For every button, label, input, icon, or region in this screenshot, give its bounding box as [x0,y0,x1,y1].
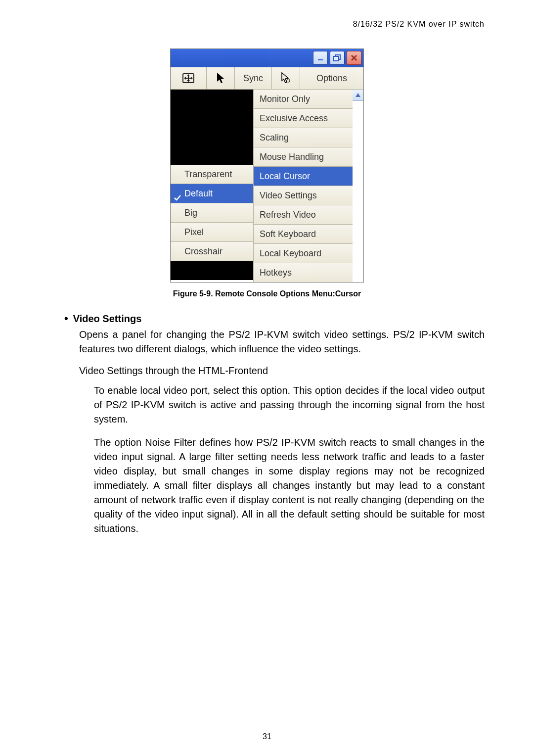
svg-marker-12 [217,73,224,83]
sync-button[interactable]: Sync [235,67,272,89]
cursor-default-item[interactable]: Default [171,184,253,203]
options-mouse-handling-item[interactable]: Mouse Handling [254,147,353,166]
chevron-up-icon [355,92,361,98]
move-tool-button[interactable] [171,67,207,89]
section-intro: Opens a panel for changing the PS/2 IP-K… [79,328,485,356]
options-scaling-item[interactable]: Scaling [254,128,353,147]
cursor2-button[interactable] [272,67,300,89]
paragraph-local-video-port: To enable local video port, select this … [94,383,485,426]
options-label: Options [316,73,347,84]
remote-video-area-top [171,90,253,165]
cursor-submenu: Transparent Default Big Pixel Crosshair [171,90,253,282]
subsection-heading: Video Settings through the HTML-Frontend [79,365,485,377]
section-title: Video Settings [73,313,142,325]
minimize-button[interactable] [313,51,328,65]
cursor1-button[interactable] [207,67,235,89]
svg-marker-8 [187,74,190,76]
window-titlebar [171,49,363,67]
cursor-transparent-item[interactable]: Transparent [171,165,253,184]
options-soft-keyboard-item[interactable]: Soft Keyboard [254,224,353,243]
figure-caption: Figure 5-9. Remote Console Options Menu:… [49,289,485,298]
page-header: 8/16/32 PS/2 KVM over IP switch [49,20,485,29]
cursor-crosshair-item[interactable]: Crosshair [171,241,253,261]
svg-point-14 [287,79,290,82]
arrow-cursor-icon [215,72,226,85]
svg-marker-15 [356,93,360,97]
cursor-default-label: Default [184,189,213,198]
cursor-pixel-item[interactable]: Pixel [171,222,253,241]
video-settings-section: • Video Settings Opens a panel for chang… [49,313,485,536]
svg-marker-10 [184,77,186,80]
document-page: 8/16/32 PS/2 KVM over IP switch [0,0,534,756]
page-number: 31 [0,732,534,741]
hand-cursor-icon [280,72,292,85]
options-refresh-video-item[interactable]: Refresh Video [254,205,353,224]
sync-label: Sync [243,73,263,84]
bullet-icon: • [64,313,68,324]
options-menu: Monitor Only Exclusive Access Scaling Mo… [253,90,363,282]
svg-marker-13 [282,73,288,83]
svg-rect-0 [318,59,323,60]
check-icon [174,189,181,203]
remote-video-area-bottom [171,261,253,280]
local-cursor-label: Local Cursor [260,171,310,181]
options-video-settings-item[interactable]: Video Settings [254,186,353,205]
menu-body: Transparent Default Big Pixel Crosshair [171,90,363,282]
move-icon [181,72,195,84]
options-local-cursor-item[interactable]: Local Cursor [254,166,353,186]
remote-console-window: Sync Options Transparent [170,48,364,283]
svg-marker-9 [187,80,190,82]
close-button[interactable] [347,51,361,65]
scroll-up-button[interactable] [352,90,363,101]
options-monitor-only-item[interactable]: Monitor Only [254,90,353,108]
restore-button[interactable] [330,51,345,65]
toolbar: Sync Options [171,67,363,90]
options-hotkeys-item[interactable]: Hotkeys [254,263,353,282]
options-button[interactable]: Options [300,67,363,89]
cursor-big-item[interactable]: Big [171,203,253,222]
paragraph-noise-filter: The option Noise Filter defines how PS/2… [94,435,485,536]
svg-rect-2 [334,56,339,61]
options-local-keyboard-item[interactable]: Local Keyboard [254,243,353,263]
svg-marker-11 [191,77,193,80]
options-exclusive-access-item[interactable]: Exclusive Access [254,108,353,128]
